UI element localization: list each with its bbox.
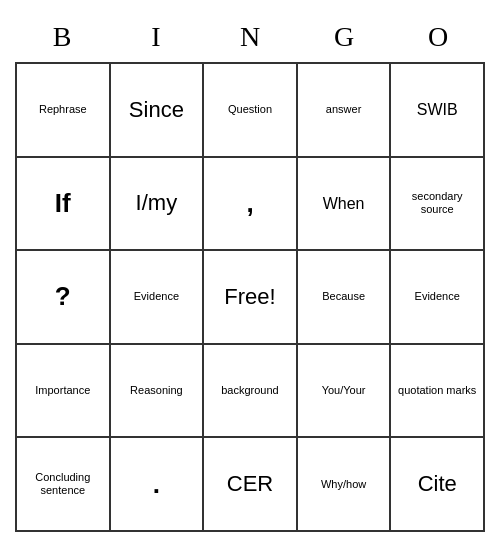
bingo-cell: background [204,345,298,439]
bingo-header: BINGO [15,12,485,62]
bingo-cell: answer [298,64,392,158]
cell-label: Importance [35,384,90,397]
bingo-cell: secondary source [391,158,485,252]
cell-label: Evidence [134,290,179,303]
cell-label: CER [227,471,273,497]
bingo-cell: I/my [111,158,205,252]
cell-label: secondary source [395,190,479,216]
bingo-cell: Reasoning [111,345,205,439]
bingo-cell: Importance [17,345,111,439]
bingo-cell: quotation marks [391,345,485,439]
cell-label: Reasoning [130,384,183,397]
cell-label: Why/how [321,478,366,491]
cell-label: When [323,194,365,213]
cell-label: ? [55,281,71,312]
bingo-cell: Concluding sentence [17,438,111,532]
bingo-cell: Since [111,64,205,158]
cell-label: Since [129,97,184,123]
header-letter: N [203,12,297,62]
bingo-cell: If [17,158,111,252]
bingo-grid: RephraseSinceQuestionanswerSWIBIfI/my,Wh… [15,62,485,532]
cell-label: , [246,188,253,219]
bingo-card: BINGO RephraseSinceQuestionanswerSWIBIfI… [15,12,485,532]
bingo-cell: Evidence [391,251,485,345]
bingo-cell: CER [204,438,298,532]
bingo-cell: ? [17,251,111,345]
header-letter: B [15,12,109,62]
bingo-cell: You/Your [298,345,392,439]
cell-label: If [55,188,71,219]
cell-label: . [153,469,160,500]
bingo-cell: SWIB [391,64,485,158]
bingo-cell: Why/how [298,438,392,532]
cell-label: background [221,384,279,397]
header-letter: I [109,12,203,62]
cell-label: Rephrase [39,103,87,116]
cell-label: You/Your [322,384,366,397]
bingo-cell: When [298,158,392,252]
bingo-cell: Evidence [111,251,205,345]
cell-label: Free! [224,284,275,310]
bingo-cell: Because [298,251,392,345]
bingo-cell: Rephrase [17,64,111,158]
bingo-cell: Question [204,64,298,158]
cell-label: answer [326,103,361,116]
cell-label: Evidence [415,290,460,303]
header-letter: O [391,12,485,62]
cell-label: I/my [136,190,178,216]
cell-label: Question [228,103,272,116]
cell-label: quotation marks [398,384,476,397]
cell-label: Cite [418,471,457,497]
bingo-cell: , [204,158,298,252]
bingo-cell: . [111,438,205,532]
cell-label: Concluding sentence [21,471,105,497]
cell-label: SWIB [417,100,458,119]
cell-label: Because [322,290,365,303]
header-letter: G [297,12,391,62]
bingo-cell: Cite [391,438,485,532]
bingo-cell: Free! [204,251,298,345]
